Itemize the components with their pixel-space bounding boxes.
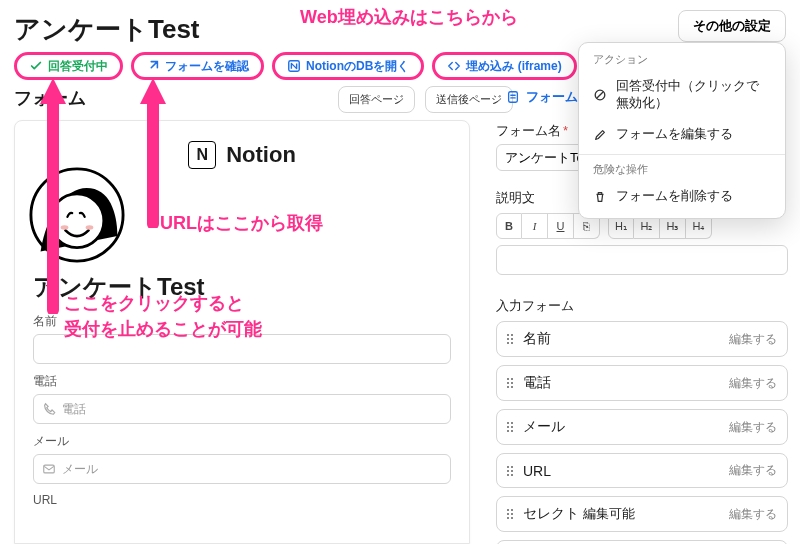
page-title: アンケートTest [14,12,200,47]
embed-iframe-label: 埋め込み (iframe) [466,58,561,75]
preview-mail-input[interactable]: メール [33,454,451,484]
svg-point-6 [48,209,56,217]
open-notion-db-pill[interactable]: NotionのDBを開く [272,52,424,80]
field-item-name: URL [523,463,719,479]
form-avatar [29,167,125,263]
drag-handle-icon[interactable] [507,378,513,388]
fmt-italic[interactable]: I [522,213,548,239]
svg-rect-7 [44,465,55,473]
tab-answer-page[interactable]: 回答ページ [338,86,415,113]
field-item[interactable]: 自由記述HIDDEN編集する [496,540,788,544]
external-link-icon [146,59,160,73]
preview-tel-input[interactable]: 電話 [33,394,451,424]
field-edit-link[interactable]: 編集する [729,375,777,392]
brand-block: N Notion [15,141,469,169]
menu-delete-label: フォームを削除する [616,188,733,205]
field-item[interactable]: メール編集する [496,409,788,445]
preview-field-tel: 電話 電話 [33,373,451,424]
menu-cap-actions: アクション [579,49,785,71]
menu-cap-danger: 危険な操作 [579,159,785,181]
svg-rect-8 [509,92,518,103]
other-settings-button[interactable]: その他の設定 [678,10,786,42]
field-item[interactable]: 名前編集する [496,321,788,357]
menu-accepting-label: 回答受付中（クリックで無効化） [616,78,771,112]
preview-url-label: URL [33,493,451,507]
menu-separator [579,154,785,155]
embed-iframe-pill[interactable]: 埋め込み (iframe) [432,52,576,80]
open-notion-db-label: NotionのDBを開く [306,58,409,75]
field-edit-link[interactable]: 編集する [729,331,777,348]
anno-web-embed: Web埋め込みはこちらから [300,4,518,30]
notion-icon [287,59,301,73]
field-edit-link[interactable]: 編集する [729,419,777,436]
field-item[interactable]: セレクト 編集可能編集する [496,496,788,532]
check-icon [29,59,43,73]
preview-tel-placeholder: 電話 [62,401,86,418]
preview-name-label: 名前 [33,313,451,330]
preview-name-input[interactable] [33,334,451,364]
preview-mail-label: メール [33,433,451,450]
phone-icon [42,402,56,416]
right-tabs: フォーム [506,88,578,106]
drag-handle-icon[interactable] [507,466,513,476]
field-item[interactable]: URL編集する [496,453,788,488]
tab-form[interactable]: フォーム [506,88,578,106]
brand-name: Notion [226,142,296,168]
description-input[interactable] [496,245,788,275]
fmt-bold[interactable]: B [496,213,522,239]
preview-field-name: 名前 [33,313,451,364]
code-icon [447,59,461,73]
fieldlist-label: 入力フォーム [496,297,788,315]
field-edit-link[interactable]: 編集する [729,506,777,523]
svg-point-3 [50,194,104,248]
tab-form-label: フォーム [526,88,578,106]
field-item-name: 名前 [523,330,719,348]
field-edit-link[interactable]: 編集する [729,462,777,479]
action-pill-row: 回答受付中 フォームを確認 NotionのDBを開く 埋め込み (iframe) [14,52,577,80]
field-item-name: メール [523,418,719,436]
tab-after-send-page[interactable]: 送信後ページ [425,86,513,113]
preview-form-label: フォームを確認 [165,58,249,75]
preview-form-title: アンケートTest [33,271,205,303]
notion-logo-icon: N [188,141,216,169]
field-item[interactable]: 電話編集する [496,365,788,401]
pencil-icon [593,128,607,142]
svg-point-4 [61,225,69,229]
field-list: 名前編集する電話編集するメール編集するURL編集するセレクト 編集可能編集する自… [496,321,788,544]
menu-delete-form[interactable]: フォームを削除する [579,181,785,212]
preview-field-mail: メール メール [33,433,451,484]
form-preview: N Notion アンケートTest 名前 電話 電話 メール メール U [14,120,470,544]
settings-dropdown: アクション 回答受付中（クリックで無効化） フォームを編集する 危険な操作 フォ… [578,42,786,219]
field-item-name: 電話 [523,374,719,392]
status-pill-label: 回答受付中 [48,58,108,75]
section-subhead: フォーム [14,88,86,108]
status-pill[interactable]: 回答受付中 [14,52,123,80]
mail-icon [42,462,56,476]
preview-field-url: URL [33,493,451,511]
menu-accepting[interactable]: 回答受付中（クリックで無効化） [579,71,785,119]
form-icon [506,90,520,104]
fmt-underline[interactable]: U [548,213,574,239]
svg-point-5 [86,225,94,229]
drag-handle-icon[interactable] [507,334,513,344]
trash-icon [593,190,607,204]
menu-edit-label: フォームを編集する [616,126,733,143]
preview-tabs: 回答ページ 送信後ページ [338,86,513,113]
preview-mail-placeholder: メール [62,461,98,478]
field-item-name: セレクト 編集可能 [523,505,719,523]
preview-form-pill[interactable]: フォームを確認 [131,52,264,80]
menu-edit-form[interactable]: フォームを編集する [579,119,785,150]
drag-handle-icon[interactable] [507,422,513,432]
disable-icon [593,88,607,102]
drag-handle-icon[interactable] [507,509,513,519]
preview-tel-label: 電話 [33,373,451,390]
